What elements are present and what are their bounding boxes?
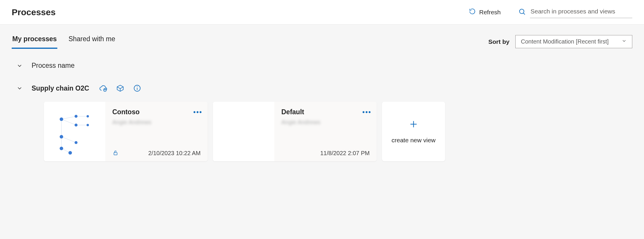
- page-title: Processes: [12, 7, 56, 17]
- more-icon[interactable]: •••: [362, 108, 371, 116]
- lock-icon: [112, 150, 119, 157]
- cloud-upload-icon[interactable]: [99, 84, 107, 92]
- view-thumbnail: [44, 102, 105, 161]
- lock-icon-placeholder: [281, 150, 288, 157]
- create-new-view-button[interactable]: create new view: [382, 102, 445, 161]
- sort-by-label: Sort by: [488, 38, 509, 45]
- view-modified-date: 2/10/2023 10:22 AM: [148, 150, 201, 157]
- svg-point-15: [75, 115, 78, 118]
- create-new-view-label: create new view: [392, 137, 436, 144]
- view-card[interactable]: ••• Contoso Angie Andrews 2/10/2023 10:2…: [44, 102, 208, 161]
- tab-shared-with-me[interactable]: Shared with me: [68, 35, 116, 49]
- svg-point-0: [519, 9, 524, 13]
- svg-point-19: [60, 135, 63, 138]
- view-title: Default: [281, 108, 370, 116]
- svg-line-11: [61, 137, 76, 143]
- svg-point-18: [87, 124, 89, 126]
- svg-point-17: [87, 115, 89, 117]
- view-author: Angie Andrews: [281, 119, 370, 126]
- more-icon[interactable]: •••: [193, 108, 202, 116]
- tab-my-processes[interactable]: My processes: [12, 35, 57, 49]
- svg-point-20: [75, 141, 78, 144]
- svg-point-22: [68, 151, 72, 155]
- refresh-label: Refresh: [479, 9, 501, 16]
- refresh-button[interactable]: Refresh: [465, 5, 504, 19]
- svg-point-14: [60, 117, 63, 121]
- svg-line-1: [524, 13, 525, 14]
- search-icon: [518, 8, 526, 17]
- chevron-down-icon[interactable]: [16, 63, 23, 69]
- refresh-icon: [469, 8, 476, 17]
- view-title: Contoso: [112, 108, 201, 116]
- process-name[interactable]: Supply chain O2C: [32, 84, 89, 92]
- chevron-down-icon[interactable]: [16, 85, 23, 91]
- process-name-column-header: Process name: [32, 62, 75, 70]
- view-card[interactable]: ••• Default Angie Andrews 11/8/2022 2:07…: [213, 102, 377, 161]
- plus-icon: [409, 120, 418, 130]
- svg-point-5: [137, 86, 137, 87]
- sort-by-value: Content Modification [Recent first]: [521, 38, 609, 45]
- view-modified-date: 11/8/2022 2:07 PM: [320, 150, 370, 157]
- svg-line-7: [61, 119, 76, 125]
- svg-point-21: [60, 147, 63, 150]
- chevron-down-icon: [621, 38, 627, 45]
- svg-point-16: [75, 124, 78, 127]
- view-author: Angie Andrews: [112, 119, 201, 126]
- process-name-header-row: Process name: [12, 59, 632, 72]
- package-icon[interactable]: [116, 84, 124, 92]
- view-thumbnail: [213, 102, 274, 161]
- info-icon[interactable]: [133, 84, 141, 92]
- sort-by-select[interactable]: Content Modification [Recent first]: [515, 35, 632, 48]
- search-input[interactable]: [530, 6, 632, 18]
- svg-rect-23: [114, 153, 117, 155]
- svg-line-6: [61, 116, 76, 119]
- process-row: Supply chain O2C: [12, 82, 632, 95]
